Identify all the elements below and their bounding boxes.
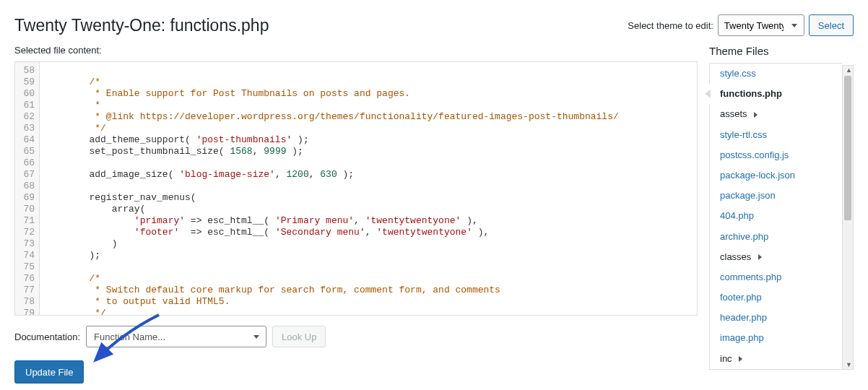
theme-file-item[interactable]: style-rtl.css [710,125,842,145]
theme-files-title: Theme Files [709,45,854,57]
theme-select-group: Select theme to edit: Twenty Twenty-O Se… [628,14,854,36]
theme-folder-item[interactable]: inc [710,349,842,369]
theme-folder-item[interactable]: classes [710,247,842,267]
select-theme-button[interactable]: Select [809,14,854,36]
theme-file-list: style.cssfunctions.phpassets style-rtl.c… [709,63,842,370]
theme-file-item[interactable]: image.php [710,328,842,348]
theme-select[interactable]: Twenty Twenty-O [718,14,804,36]
chevron-right-icon [739,356,742,362]
theme-file-item[interactable]: postcss.config.js [710,145,842,165]
theme-file-item[interactable]: package-lock.json [710,165,842,186]
chevron-right-icon [754,112,758,118]
theme-file-item[interactable]: footer.php [710,287,842,308]
theme-file-item[interactable]: package.json [710,186,842,206]
line-gutter: 5859606162636465666768697071727374757677… [15,62,40,315]
theme-file-item[interactable]: 404.php [710,206,842,226]
theme-file-item[interactable]: style.css [710,64,842,84]
documentation-select[interactable]: Function Name... [86,326,266,347]
documentation-label: Documentation: [14,332,80,342]
scrollbar-thumb[interactable] [844,76,851,220]
code-body[interactable]: /* * Enable support for Post Thumbnails … [40,62,697,315]
scroll-down-icon[interactable]: ▼ [846,361,852,368]
update-file-button[interactable]: Update File [14,360,84,384]
chevron-right-icon [758,254,762,260]
code-editor[interactable]: 5859606162636465666768697071727374757677… [14,61,698,316]
theme-select-label: Select theme to edit: [628,20,713,31]
theme-file-item[interactable]: functions.php [709,84,842,104]
theme-file-item[interactable]: header.php [710,308,842,328]
lookup-button[interactable]: Look Up [272,326,326,347]
scroll-up-icon[interactable]: ▲ [846,66,852,74]
theme-folder-item[interactable]: assets [710,104,842,124]
page-title: Twenty Twenty-One: functions.php [14,16,269,35]
selected-file-label: Selected file content: [14,45,698,56]
theme-file-item[interactable]: archive.php [710,227,842,247]
theme-file-item[interactable]: comments.php [710,267,842,287]
sidebar-scrollbar[interactable]: ▲ ▼ [842,65,854,370]
